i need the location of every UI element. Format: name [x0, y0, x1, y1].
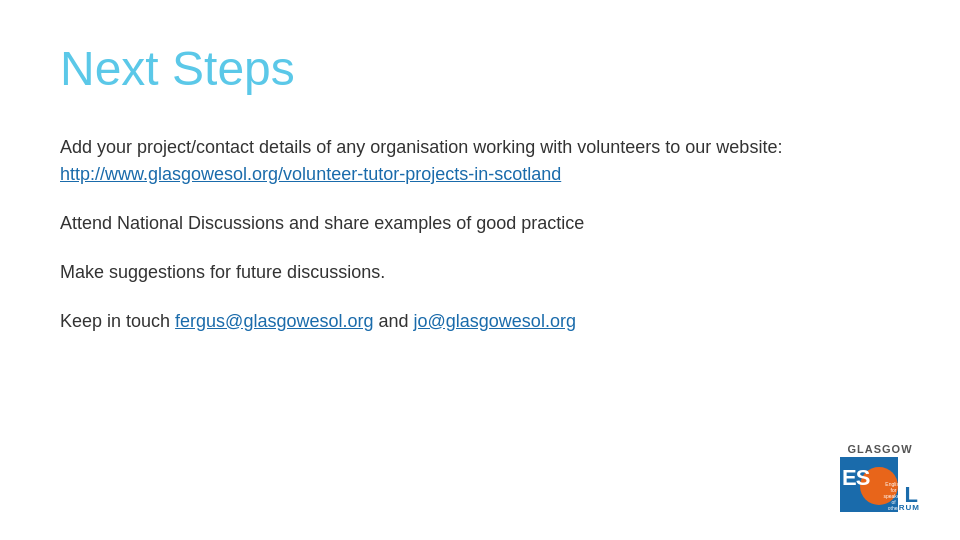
bullet-3-text: Make suggestions for future discussions. [60, 262, 385, 282]
bullet-1-link[interactable]: http://www.glasgowesol.org/volunteer-tut… [60, 164, 561, 184]
glasgow-label: GLASGOW [847, 443, 912, 455]
logo-container: GLASGOW English forspeakers ofotherlangu… [840, 443, 920, 512]
slide-title: Next Steps [60, 40, 900, 98]
bullet-4-text-middle: and [373, 311, 413, 331]
bullet-1-text: Add your project/contact details of any … [60, 137, 782, 157]
bullet-4-text-before: Keep in touch [60, 311, 175, 331]
bullet-item-4: Keep in touch fergus@glasgowesol.org and… [60, 308, 900, 335]
slide: Next Steps Add your project/contact deta… [0, 0, 960, 540]
bullet-item-1: Add your project/contact details of any … [60, 134, 900, 188]
logo-es-text: ES [842, 465, 869, 491]
bullet-item-3: Make suggestions for future discussions. [60, 259, 900, 286]
bullet-4-link-2[interactable]: jo@glasgowesol.org [414, 311, 576, 331]
logo-small-text: English forspeakers ofotherlanguages [882, 481, 905, 517]
bullet-item-2: Attend National Discussions and share ex… [60, 210, 900, 237]
bullet-4-link-1[interactable]: fergus@glasgowesol.org [175, 311, 373, 331]
content-area: Add your project/contact details of any … [60, 134, 900, 357]
logo-l-text: L [905, 482, 918, 508]
esol-logo: English forspeakers ofotherlanguages ES … [840, 457, 920, 512]
bullet-2-text: Attend National Discussions and share ex… [60, 213, 584, 233]
